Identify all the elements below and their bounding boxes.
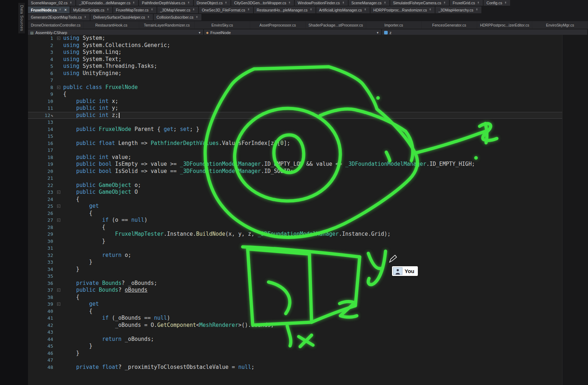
tab-AssetPreprocessor.cs[interactable]: AssetPreprocessor.cs (250, 21, 305, 29)
tab-EnviroSky.cs[interactable]: EnviroSky.cs (195, 21, 249, 29)
tab-SimulatedFisheyeCamera.cs[interactable]: SimulatedFisheyeCamera.cs (390, 0, 449, 6)
scrollbar-region[interactable] (562, 35, 588, 385)
code-line-36[interactable]: 36 private Bounds? _oBounds; (28, 280, 562, 287)
tab-WindowPositionFinder.cs[interactable]: WindowPositionFinder.cs (295, 0, 347, 6)
tab-FruxelMapTester.cs[interactable]: FruxelMapTester.cs (113, 6, 157, 13)
tab-CollisionSubscriber.cs[interactable]: CollisionSubscriber.cs (154, 14, 201, 20)
code-line-21[interactable]: 21 (28, 175, 562, 182)
code-line-32[interactable]: 32 return o; (28, 252, 562, 259)
tab-Importer.cs[interactable]: Importer.cs (366, 21, 421, 29)
code-line-22[interactable]: 22 public GameObject o; (28, 182, 562, 189)
tab-_3DFoundatio...delManager.cs[interactable]: _3DFoundatio...delManager.cs (76, 0, 138, 6)
code-line-9[interactable]: 9{ (28, 91, 562, 98)
code-line-48[interactable]: 48 private float? _proximityToClosestObs… (28, 364, 562, 371)
code-line-13[interactable]: 13 (28, 119, 562, 126)
code-line-43[interactable]: 43 (28, 329, 562, 336)
tab-DroneOrientationController.cs[interactable]: DroneOrientationController.cs (28, 21, 83, 29)
tab-ShaderPackage...stProcessor.cs[interactable]: ShaderPackage...stProcessor.cs (305, 21, 366, 29)
tab-SceneManager.cs[interactable]: SceneManager.cs (349, 0, 389, 6)
tab-Generator2ExportMapTools.cs[interactable]: Generator2ExportMapTools.cs (28, 14, 90, 20)
tab-DeliverySurfaceClassHelper.cs[interactable]: DeliverySurfaceClassHelper.cs (90, 14, 153, 20)
code-line-34[interactable]: 34 } (28, 266, 562, 273)
code-line-16[interactable]: 16 public float Length => PathfinderDept… (28, 140, 562, 147)
tab-FruxelNode.cs[interactable]: FruxelNode.cs× (28, 6, 70, 13)
code-line-12[interactable]: 12✎ public int z; (28, 112, 562, 119)
project-name: Assembly-CSharp (35, 30, 67, 35)
field-icon (384, 31, 388, 34)
tab-Config.cs[interactable]: Config.cs (484, 0, 510, 6)
code-line-25[interactable]: 25− get (28, 203, 562, 210)
tab-RestaurantHo...pleManager.cs[interactable]: RestaurantHo...pleManager.cs (254, 6, 316, 13)
code-line-4[interactable]: 4using System.Text; (28, 56, 562, 63)
code-line-44[interactable]: 44 return _oBounds; (28, 336, 562, 343)
code-line-29[interactable]: 29 FruxelMapTester.Instance.BuildNode(x,… (28, 231, 562, 238)
collapse-region-icon[interactable]: − (57, 86, 60, 89)
tab-_3DMapHierarchy.cs[interactable]: _3DMapHierarchy.cs (435, 6, 481, 13)
code-line-14[interactable]: 14 public FruxelNode Parent { get; set; … (28, 126, 562, 133)
tab-OneSec3D_FileFormat.cs[interactable]: OneSec3D_FileFormat.cs (199, 6, 253, 13)
code-line-40[interactable]: 40 { (28, 308, 562, 315)
collapse-region-icon[interactable]: − (57, 302, 60, 306)
code-line-15[interactable]: 15 (28, 133, 562, 140)
code-line-39[interactable]: 39− get (28, 301, 562, 308)
code-line-28[interactable]: 28 { (28, 224, 562, 231)
code-line-38[interactable]: 38 { (28, 294, 562, 301)
tab-ArtificialLightsManager.cs[interactable]: ArtificialLightsManager.cs (316, 6, 370, 13)
tab-MyEditorScripts.cs[interactable]: MyEditorScripts.cs (70, 6, 112, 13)
line-number: 45 (28, 343, 55, 350)
code-line-27[interactable]: 27− if (o == null) (28, 217, 562, 224)
code-line-5[interactable]: 5using System.Threading.Tasks; (28, 63, 562, 70)
code-line-10[interactable]: 10 public int x; (28, 98, 562, 105)
code-line-18[interactable]: 18 public int value; (28, 154, 562, 161)
code-line-41[interactable]: 41 if (_oBounds == null) (28, 315, 562, 322)
code-line-30[interactable]: 30 } (28, 238, 562, 245)
code-line-33[interactable]: 33 } (28, 259, 562, 266)
tab-PathfinderDepthValues.cs[interactable]: PathfinderDepthValues.cs (139, 0, 193, 6)
collapse-region-icon[interactable]: − (57, 288, 60, 292)
code-line-42[interactable]: 42 _oBounds = O.GetComponent<MeshRendere… (28, 322, 562, 329)
code-line-24[interactable]: 24 { (28, 196, 562, 203)
code-line-6[interactable]: 6using UnityEngine; (28, 70, 562, 77)
code-line-31[interactable]: 31 (28, 245, 562, 252)
data-sources-panel-tab[interactable]: Data Sources (19, 3, 25, 33)
line-number: 36 (28, 280, 55, 287)
line-number: 4 (28, 56, 55, 63)
collapse-region-icon[interactable]: − (57, 191, 60, 194)
code-line-1[interactable]: 1−using System; (28, 35, 562, 42)
collapse-region-icon[interactable]: − (57, 37, 60, 40)
tab-TerrainLayerRandomizer.cs[interactable]: TerrainLayerRandomizer.cs (139, 21, 194, 29)
code-line-17[interactable]: 17 (28, 147, 562, 154)
tab-_3DMapViewer.cs[interactable]: _3DMapViewer.cs (157, 6, 198, 13)
code-line-7[interactable]: 7 (28, 77, 562, 84)
tab-RestaurantHook.cs[interactable]: RestaurantHook.cs (84, 21, 139, 29)
chevron-down-icon: ▼ (198, 31, 201, 34)
code-line-20[interactable]: 20 public bool IsSolid => value == _3DFo… (28, 168, 562, 175)
code-line-46[interactable]: 46 } (28, 350, 562, 357)
code-line-19[interactable]: 19 public bool IsEmpty => value >= _3DFo… (28, 161, 562, 168)
code-line-3[interactable]: 3using System.Linq; (28, 49, 562, 56)
code-line-37[interactable]: 37− public Bounds? oBounds (28, 287, 562, 294)
code-text: } (62, 266, 562, 273)
code-line-35[interactable]: 35 (28, 273, 562, 280)
code-line-45[interactable]: 45 } (28, 343, 562, 350)
tab-FruxelGrid.cs[interactable]: FruxelGrid.cs (450, 0, 483, 6)
code-line-26[interactable]: 26 { (28, 210, 562, 217)
tab-CityGen3DGen...torWrapper.cs[interactable]: CityGen3DGen...torWrapper.cs (231, 0, 294, 6)
tab-HDRPPostproc...izerEditor.cs[interactable]: HDRPPostproc...izerEditor.cs (477, 21, 532, 29)
close-icon[interactable]: × (64, 8, 66, 12)
tab-HDRPPostproc...Randomizer.cs[interactable]: HDRPPostproc...Randomizer.cs (370, 6, 435, 13)
collapse-region-icon[interactable]: − (57, 219, 60, 222)
tab-EnviroSkyMgr.cs[interactable]: EnviroSkyMgr.cs (532, 21, 587, 29)
fold-column (55, 49, 62, 56)
tab-DroneObject.cs[interactable]: DroneObject.cs (194, 0, 230, 6)
code-line-2[interactable]: 2using System.Collections.Generic; (28, 42, 562, 49)
code-line-47[interactable]: 47 (28, 357, 562, 364)
tab-FencesGenerator.cs[interactable]: FencesGenerator.cs (422, 21, 477, 29)
code-line-11[interactable]: 11 public int y; (28, 105, 562, 112)
code-line-8[interactable]: 8−public class FruxelNode (28, 84, 562, 91)
code-line-23[interactable]: 23− public GameObject O (28, 189, 562, 196)
code-text (62, 77, 562, 84)
tab-SceneManager_02.cs[interactable]: SceneManager_02.cs (28, 0, 75, 6)
collapse-region-icon[interactable]: − (57, 205, 60, 208)
code-editor[interactable]: 1−using System;2using System.Collections… (28, 35, 562, 385)
